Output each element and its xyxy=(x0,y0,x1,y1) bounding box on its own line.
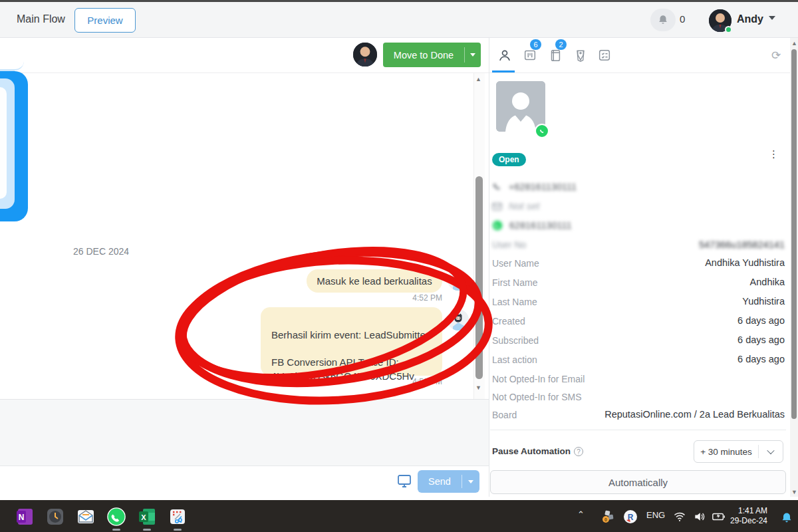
user-menu-caret-icon[interactable] xyxy=(769,16,775,20)
field-value: Yudhistira xyxy=(492,296,785,307)
whatsapp-channel-badge xyxy=(535,124,549,138)
running-indicator xyxy=(143,529,151,531)
page-scroll-down-icon[interactable]: ▼ xyxy=(791,489,797,495)
notification-bell-tray-icon[interactable] xyxy=(777,508,797,528)
panel-divider xyxy=(489,38,489,497)
kebab-menu-icon[interactable]: ⋮ xyxy=(769,152,779,156)
bot-avatar xyxy=(448,309,469,331)
send-button-label: Send xyxy=(418,476,462,487)
tab-contact[interactable] xyxy=(496,47,513,64)
page-scroll-up-icon[interactable]: ▲ xyxy=(791,40,797,47)
tab-checklist[interactable] xyxy=(596,47,613,64)
excel-icon[interactable]: X xyxy=(137,507,157,527)
agent-avatar xyxy=(353,43,377,66)
top-bar: › Main Flow Preview 0 Andy xyxy=(0,2,798,38)
language-indicator[interactable]: ENG xyxy=(646,510,665,520)
section-divider xyxy=(490,430,786,430)
field-label: Not Opted-In for Email xyxy=(492,374,585,384)
contact-phone-row[interactable]: +628161130111 xyxy=(492,181,577,193)
windows-taskbar: N X ⌃ 0 R ENG xyxy=(0,500,798,532)
tray-app-icon[interactable]: 0 xyxy=(600,508,617,525)
chat-message-outgoing: Berhasil kirim event: LeadSubmitted FB C… xyxy=(261,307,442,376)
field-value: 6 days ago xyxy=(492,315,785,326)
move-to-done-caret-icon[interactable] xyxy=(465,53,481,57)
pause-automation-text: Pause Automation xyxy=(492,446,571,456)
clock-app-icon[interactable] xyxy=(45,507,65,527)
whatsapp-icon xyxy=(492,220,503,231)
refresh-icon[interactable]: ⟳ xyxy=(771,49,781,63)
envelope-icon xyxy=(492,202,502,211)
active-tab-underline xyxy=(492,70,515,72)
composer-action-bar: Send xyxy=(0,466,489,497)
contact-email: Not set xyxy=(509,201,539,211)
field-label: Not Opted-In for SMS xyxy=(492,392,582,402)
page-title: Main Flow xyxy=(17,13,65,25)
notification-count: 0 xyxy=(680,13,685,25)
person-icon xyxy=(497,48,512,63)
field-value: 6 days ago xyxy=(492,334,785,345)
field-value: 6 days ago xyxy=(492,354,785,364)
send-caret-icon[interactable] xyxy=(462,480,479,483)
user-name-label: Andy xyxy=(737,13,763,25)
field-value: Andhika Yudhistira xyxy=(492,257,785,268)
chat-scroll-down-icon[interactable]: ▼ xyxy=(475,384,481,391)
status-badge-label: Open xyxy=(499,155,519,164)
notebook-icon xyxy=(548,48,563,63)
svg-text:0: 0 xyxy=(604,517,607,522)
r-logo-tray-icon[interactable]: R xyxy=(622,509,638,525)
conversation-header: Move to Done 6 2 ⟳ xyxy=(0,38,798,73)
send-button[interactable]: Send xyxy=(418,470,479,493)
whatsapp-icon xyxy=(538,127,547,136)
contact-phone: +628161130111 xyxy=(509,182,577,192)
move-to-done-button[interactable]: Move to Done xyxy=(383,43,481,67)
tag-icon xyxy=(574,49,587,62)
user-no-value: 547366u185824141 xyxy=(492,239,785,250)
move-to-done-label: Move to Done xyxy=(383,50,464,61)
help-icon[interactable]: ? xyxy=(574,447,583,456)
tray-date-label: 29-Dec-24 xyxy=(714,516,767,526)
page-scrollbar-thumb[interactable] xyxy=(791,49,797,419)
tray-clock[interactable]: 1:41 AM 29-Dec-24 xyxy=(714,506,767,526)
chat-scroll-up-icon[interactable]: ▲ xyxy=(475,76,481,82)
running-indicator xyxy=(174,529,182,531)
svg-text:N: N xyxy=(19,513,25,522)
tray-expand-icon[interactable]: ⌃ xyxy=(577,509,585,519)
chat-scrollbar-thumb[interactable] xyxy=(475,176,483,379)
kanban-icon xyxy=(523,48,537,63)
pause-duration-button[interactable]: + 30 minutes xyxy=(694,440,783,463)
tab-tags[interactable] xyxy=(572,47,589,64)
app-window: › Main Flow Preview 0 Andy Move to Done xyxy=(0,0,798,532)
chat-message-outgoing: Masuk ke lead berkualitas xyxy=(307,269,442,293)
contact-whatsapp-row[interactable]: 628161130111 xyxy=(492,219,572,231)
monitor-icon[interactable] xyxy=(396,473,412,491)
chat-date-divider: 26 DEC 2024 xyxy=(73,246,129,257)
onenote-icon[interactable]: N xyxy=(15,507,35,527)
svg-text:X: X xyxy=(141,513,146,521)
preview-button[interactable]: Preview xyxy=(74,8,136,33)
pause-duration-caret-icon[interactable] xyxy=(759,449,783,454)
notification-bell-button[interactable] xyxy=(650,9,676,31)
wifi-icon[interactable] xyxy=(672,509,688,525)
field-value: ReputasiOnline.com / 2a Lead Berkualitas xyxy=(492,409,785,420)
bell-icon xyxy=(657,14,669,26)
preview-button-label: Preview xyxy=(87,15,122,26)
flow-node-fragment-card xyxy=(0,87,7,199)
automatically-button[interactable]: Automatically xyxy=(490,470,786,494)
checklist-icon xyxy=(597,48,612,63)
volume-icon[interactable] xyxy=(692,509,708,525)
tray-time-label: 1:41 AM xyxy=(714,506,767,516)
contact-whatsapp: 628161130111 xyxy=(509,220,572,231)
pause-duration-label: + 30 minutes xyxy=(694,447,758,457)
mail-app-icon[interactable] xyxy=(76,507,96,527)
snipping-tool-icon[interactable] xyxy=(168,507,188,527)
field-value: Andhika xyxy=(492,277,785,287)
message-timestamp: 4:52 PM xyxy=(376,293,442,303)
composer-area: age can not be sent outside the allowed … xyxy=(0,399,489,466)
whatsapp-app-icon[interactable] xyxy=(106,507,126,527)
contact-email-row[interactable]: Not set xyxy=(492,200,539,212)
message-text: Berhasil kirim event: LeadSubmitted FB C… xyxy=(271,329,431,382)
pause-automation-label: Pause Automation? xyxy=(492,446,583,456)
status-badge[interactable]: Open xyxy=(492,153,526,166)
automatically-label: Automatically xyxy=(608,477,668,488)
running-indicator xyxy=(112,529,120,531)
